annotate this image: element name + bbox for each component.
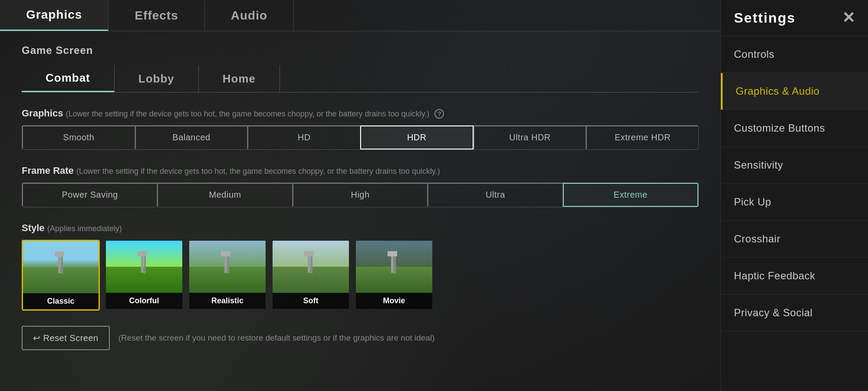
sidebar-item-sensitivity[interactable]: Sensitivity (721, 147, 868, 184)
style-movie[interactable]: Movie (355, 240, 433, 311)
style-movie-image (356, 241, 433, 293)
sub-tab-home[interactable]: Home (199, 65, 280, 92)
sidebar-item-crosshair[interactable]: Crosshair (721, 221, 868, 258)
tower-movie (391, 251, 394, 273)
style-thumbnails: Classic Colorful Realistic (22, 240, 699, 311)
sidebar-items-list: Controls Graphics & Audio Customize Butt… (721, 36, 868, 391)
graphics-setting-row: Graphics (Lower the setting if the devic… (22, 108, 699, 150)
option-hdr[interactable]: HDR (360, 126, 473, 149)
framerate-options: Power Saving Medium High Ultra Extreme (22, 182, 699, 207)
sidebar-item-privacy-social[interactable]: Privacy & Social (721, 295, 868, 331)
style-soft-label: Soft (273, 293, 349, 309)
option-extreme-hdr[interactable]: Extreme HDR (586, 126, 698, 149)
reset-row: ↩ Reset Screen (Reset the screen if you … (22, 326, 699, 350)
style-colorful[interactable]: Colorful (105, 240, 183, 311)
right-sidebar: Settings ✕ Controls Graphics & Audio Cus… (720, 0, 868, 391)
tower-realistic (224, 251, 227, 273)
top-tab-bar: Graphics Effects Audio (0, 0, 720, 31)
style-realistic[interactable]: Realistic (188, 240, 266, 311)
style-soft-image (273, 241, 350, 293)
game-screen-label: Game Screen (22, 44, 699, 56)
sidebar-item-pick-up[interactable]: Pick Up (721, 184, 868, 221)
option-balanced[interactable]: Balanced (135, 126, 248, 149)
main-panel: Graphics Effects Audio Game Screen Comba… (0, 0, 720, 391)
sidebar-item-customize-buttons[interactable]: Customize Buttons (721, 110, 868, 147)
style-realistic-image (189, 241, 266, 293)
option-power-saving[interactable]: Power Saving (22, 183, 157, 207)
option-extreme[interactable]: Extreme (563, 183, 698, 207)
sidebar-item-controls[interactable]: Controls (721, 36, 868, 73)
option-medium[interactable]: Medium (157, 183, 292, 207)
tab-audio[interactable]: Audio (205, 0, 294, 31)
graphics-help-icon[interactable]: ? (434, 109, 444, 119)
sidebar-item-graphics-audio[interactable]: Graphics & Audio (721, 73, 868, 110)
style-realistic-label: Realistic (189, 293, 266, 309)
option-smooth[interactable]: Smooth (22, 126, 135, 149)
reset-hint: (Reset the screen if you need to restore… (118, 333, 435, 343)
option-high[interactable]: High (293, 183, 427, 207)
graphics-options: Smooth Balanced HD HDR Ultra HDR Extreme… (22, 125, 699, 150)
style-setting-row: Style (Applies immediately) Classic Colo… (22, 222, 699, 311)
reset-screen-button[interactable]: ↩ Reset Screen (22, 326, 110, 350)
sidebar-title: Settings (734, 10, 796, 26)
option-ultra-hdr[interactable]: Ultra HDR (473, 126, 586, 149)
graphics-setting-label: Graphics (Lower the setting if the devic… (22, 108, 699, 119)
sub-tab-lobby[interactable]: Lobby (115, 65, 199, 92)
option-ultra[interactable]: Ultra (427, 183, 562, 207)
style-colorful-label: Colorful (106, 293, 182, 309)
framerate-setting-row: Frame Rate (Lower the setting if the dev… (22, 165, 699, 207)
sidebar-item-haptic-feedback[interactable]: Haptic Feedback (721, 258, 868, 295)
style-classic-label: Classic (23, 293, 99, 309)
tower-classic (58, 252, 61, 273)
style-colorful-image (106, 241, 183, 293)
style-setting-label: Style (Applies immediately) (22, 222, 699, 234)
style-soft[interactable]: Soft (272, 240, 350, 311)
sidebar-header: Settings ✕ (721, 0, 868, 36)
close-button[interactable]: ✕ (842, 9, 855, 27)
sub-tab-combat[interactable]: Combat (22, 65, 115, 92)
tab-graphics[interactable]: Graphics (0, 0, 108, 31)
style-classic-image (23, 241, 100, 293)
style-movie-label: Movie (356, 293, 432, 309)
tower-soft (308, 251, 310, 273)
style-classic[interactable]: Classic (22, 240, 100, 311)
content-area: Game Screen Combat Lobby Home Graphics (… (0, 31, 720, 391)
option-hd[interactable]: HD (247, 126, 360, 149)
tower-colorful (141, 251, 144, 273)
tab-effects[interactable]: Effects (108, 0, 204, 31)
sub-tab-bar: Combat Lobby Home (22, 65, 699, 93)
framerate-setting-label: Frame Rate (Lower the setting if the dev… (22, 165, 699, 176)
